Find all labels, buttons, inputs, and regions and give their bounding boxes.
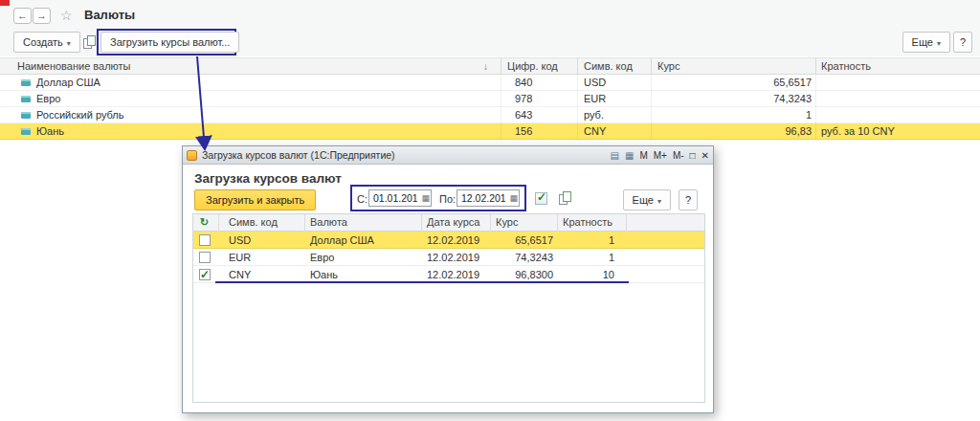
table-row-eur[interactable]: Евро 978 EUR 74,3243 xyxy=(0,91,980,107)
column-separator xyxy=(815,75,816,140)
column-header-rate[interactable]: Курс xyxy=(657,58,679,75)
currency-item-icon xyxy=(21,128,31,135)
currency-name: Российский рубль xyxy=(36,107,124,123)
dialog-load-rates: Загрузка курсов валют (1С:Предприятие) ▤… xyxy=(182,145,714,413)
favorite-star-icon[interactable]: ☆ xyxy=(60,8,73,23)
column-separator xyxy=(304,214,305,232)
column-header-sym-code[interactable]: Симв. код xyxy=(584,58,633,75)
close-icon[interactable]: ✕ xyxy=(702,147,709,165)
rates-row-eur[interactable]: ✓ EUR Евро 12.02.2019 74,3243 1 xyxy=(193,249,704,266)
dialog-titlebar-buttons: ▤ ▦ М М+ М- □ ✕ xyxy=(610,146,709,165)
table-row-cny-selected[interactable]: Юань 156 CNY 96,83 руб. за 10 CNY xyxy=(0,123,980,140)
list-header: Наименование валюты ↓ Цифр. код Симв. ко… xyxy=(0,57,980,75)
rates-table-header: ↻ Симв. код Валюта Дата курса Курс Кратн… xyxy=(193,214,704,232)
calendar-icon[interactable]: ▦ xyxy=(509,192,518,204)
column-separator xyxy=(557,214,558,232)
dialog-title: Загрузка курсов валют (1С:Предприятие) xyxy=(202,146,395,164)
scale-m-minus-button[interactable]: М- xyxy=(673,147,684,165)
currency-num-code: 156 xyxy=(515,123,532,140)
chevron-down-icon: ▾ xyxy=(937,39,941,48)
rates-row-usd[interactable]: ✓ USD Доллар США 12.02.2019 65,6517 1 xyxy=(193,232,704,249)
copy-sheet-front xyxy=(563,191,571,202)
dialog-titlebar[interactable]: Загрузка курсов валют (1С:Предприятие) ▤… xyxy=(183,146,713,165)
dialog-help-label: ? xyxy=(685,194,691,206)
chevron-down-icon: ▾ xyxy=(67,39,71,48)
sort-down-icon: ↓ xyxy=(483,58,488,75)
currency-sym-code: руб. xyxy=(584,107,604,123)
copy-icon[interactable] xyxy=(558,190,573,206)
copy-icon[interactable] xyxy=(82,34,98,50)
scale-m-plus-button[interactable]: М+ xyxy=(654,147,667,165)
column-header-mult[interactable]: Кратность xyxy=(821,58,871,75)
column-separator xyxy=(218,214,219,232)
create-button-label: Создать xyxy=(23,36,63,48)
date-to-field: ▦ xyxy=(457,189,520,207)
column-header-name[interactable]: Наименование валюты xyxy=(17,58,131,75)
rate-date: 12.02.2019 xyxy=(427,232,479,249)
column-separator xyxy=(651,57,652,75)
help-button-label: ? xyxy=(960,36,966,48)
currency-num-code: 643 xyxy=(515,107,532,123)
rate-mult: 1 xyxy=(557,249,614,266)
row-checkbox[interactable]: ✓ xyxy=(199,269,211,280)
column-separator xyxy=(651,75,652,140)
table-row-usd[interactable]: Доллар США 840 USD 65,6517 xyxy=(0,75,980,91)
column-header-sym-code[interactable]: Симв. код xyxy=(229,214,278,231)
column-header-mult[interactable]: Кратность xyxy=(563,214,612,231)
calendar-icon[interactable]: ▦ xyxy=(421,192,430,204)
column-separator xyxy=(626,214,627,232)
rate-sym-code: USD xyxy=(229,232,251,249)
column-header-rate[interactable]: Курс xyxy=(496,214,518,231)
column-header-currency[interactable]: Валюта xyxy=(310,214,347,231)
forward-button[interactable]: → xyxy=(33,8,51,24)
refresh-icon[interactable]: ↻ xyxy=(200,214,209,231)
copy-sheet-front xyxy=(87,35,96,46)
column-header-date[interactable]: Дата курса xyxy=(427,214,479,231)
load-and-close-button[interactable]: Загрузить и закрыть xyxy=(194,189,316,210)
maximize-icon[interactable]: □ xyxy=(690,147,696,165)
create-button[interactable]: Создать▾ xyxy=(13,32,80,53)
fill-check-icon[interactable]: ✓ xyxy=(535,190,552,208)
dialog-more-button[interactable]: Еще▾ xyxy=(623,189,671,210)
forward-icon: → xyxy=(36,10,47,21)
check-icon: ✓ xyxy=(200,266,210,283)
currency-sym-code: USD xyxy=(584,75,606,91)
currency-item-icon xyxy=(21,112,31,119)
column-separator xyxy=(490,214,491,232)
load-rates-button[interactable]: Загрузить курсы валют... xyxy=(100,32,239,53)
rate-currency: Доллар США xyxy=(310,232,374,249)
back-icon: ← xyxy=(17,10,28,21)
currency-name: Юань xyxy=(36,123,64,140)
date-to-label: По: xyxy=(439,193,456,205)
doc-icon[interactable]: ▤ xyxy=(610,146,618,165)
app-icon xyxy=(187,150,197,161)
column-header-num-code[interactable]: Цифр. код xyxy=(507,58,558,75)
row-checkbox[interactable]: ✓ xyxy=(199,234,211,246)
rate-currency: Евро xyxy=(310,249,334,266)
load-rates-button-label: Загрузить курсы валют... xyxy=(110,36,230,48)
column-separator xyxy=(815,57,816,75)
back-button[interactable]: ← xyxy=(13,8,32,24)
currency-num-code: 840 xyxy=(515,75,532,91)
currency-sym-code: EUR xyxy=(584,91,606,107)
help-button[interactable]: ? xyxy=(953,32,972,53)
rates-table: ↻ Симв. код Валюта Дата курса Курс Кратн… xyxy=(192,213,705,403)
corner-marker xyxy=(0,0,10,6)
currency-rate: 96,83 xyxy=(651,123,812,140)
dialog-heading: Загрузка курсов валют xyxy=(194,171,342,186)
more-button[interactable]: Еще▾ xyxy=(902,32,950,53)
chevron-down-icon: ▾ xyxy=(657,197,661,206)
row-checkbox[interactable]: ✓ xyxy=(199,252,211,263)
column-separator xyxy=(421,214,422,232)
annotation-underline-cny xyxy=(215,281,629,283)
currency-item-icon xyxy=(21,79,31,86)
scale-m-button[interactable]: М xyxy=(639,147,647,165)
dialog-help-button[interactable]: ? xyxy=(679,189,698,210)
table-row-rub[interactable]: Российский рубль 643 руб. 1 xyxy=(0,107,980,123)
currency-item-icon xyxy=(21,96,31,102)
currency-mult: руб. за 10 CNY xyxy=(821,123,895,140)
dialog-more-label: Еще xyxy=(633,194,654,206)
grid-icon[interactable]: ▦ xyxy=(625,146,634,165)
column-separator xyxy=(577,75,578,140)
rate-sym-code: EUR xyxy=(229,249,251,266)
